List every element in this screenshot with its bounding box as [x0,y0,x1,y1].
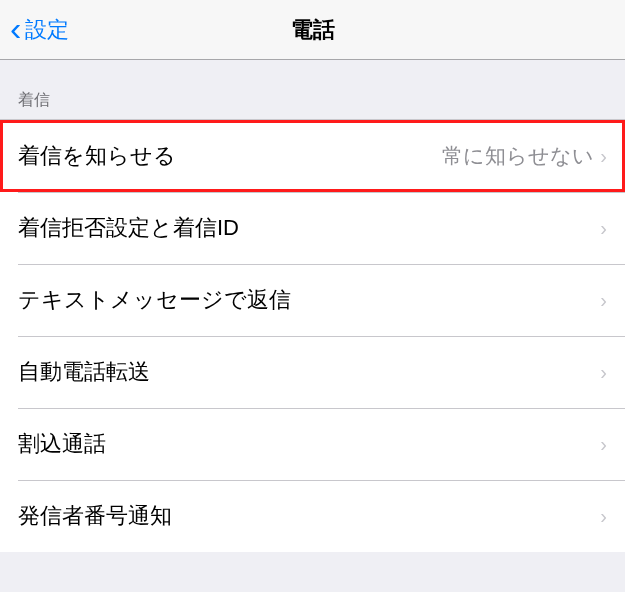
row-label: 割込通話 [18,429,600,459]
chevron-right-icon: › [600,505,607,528]
row-value: 常に知らせない [442,142,594,170]
settings-list: 着信を知らせる 常に知らせない › 着信拒否設定と着信ID › テキストメッセー… [0,119,625,552]
chevron-right-icon: › [600,289,607,312]
row-show-caller-id[interactable]: 発信者番号通知 › [0,480,625,552]
row-label: テキストメッセージで返信 [18,285,600,315]
row-call-waiting[interactable]: 割込通話 › [0,408,625,480]
row-block-id[interactable]: 着信拒否設定と着信ID › [0,192,625,264]
chevron-right-icon: › [600,433,607,456]
row-label: 自動電話転送 [18,357,600,387]
row-call-forwarding[interactable]: 自動電話転送 › [0,336,625,408]
row-label: 着信を知らせる [18,141,442,171]
row-text-reply[interactable]: テキストメッセージで返信 › [0,264,625,336]
chevron-right-icon: › [600,361,607,384]
row-label: 着信拒否設定と着信ID [18,213,600,243]
back-button[interactable]: ‹ 設定 [10,0,69,60]
navbar: ‹ 設定 電話 [0,0,625,60]
row-label: 発信者番号通知 [18,501,600,531]
chevron-right-icon: › [600,217,607,240]
section-header: 着信 [0,60,625,119]
chevron-right-icon: › [600,145,607,168]
back-label: 設定 [25,15,69,45]
row-announce-calls[interactable]: 着信を知らせる 常に知らせない › [0,120,625,192]
chevron-left-icon: ‹ [10,11,21,45]
page-title: 電話 [291,15,335,45]
